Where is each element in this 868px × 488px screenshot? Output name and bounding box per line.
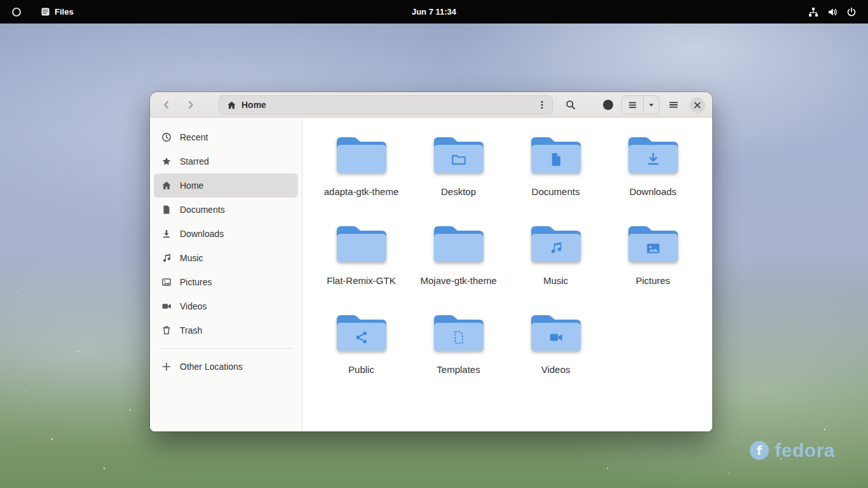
chevron-right-icon: [186, 100, 196, 110]
fedora-logo: f fedora: [749, 440, 835, 461]
file-label: Mojave-gtk-theme: [420, 275, 496, 286]
sidebar-item-label: Downloads: [180, 229, 224, 239]
back-button[interactable]: [156, 95, 177, 114]
header-bar: Home: [150, 92, 712, 118]
file-item-downloads[interactable]: Downloads: [604, 133, 702, 222]
document-icon: [161, 205, 172, 215]
template-emblem-icon: [451, 330, 466, 346]
share-emblem-icon: [353, 330, 369, 346]
sidebar-item-label: Trash: [180, 325, 202, 336]
close-button[interactable]: [689, 97, 705, 113]
file-label: Downloads: [629, 186, 676, 197]
file-label: Public: [348, 364, 374, 375]
file-label: Desktop: [441, 186, 476, 197]
file-item-mojave-gtk-theme[interactable]: Mojave-gtk-theme: [410, 222, 507, 311]
app-menu-button[interactable]: Files: [34, 3, 80, 21]
hamburger-menu-icon: [668, 100, 679, 110]
file-item-music[interactable]: Music: [507, 222, 604, 311]
sidebar-item-label: Home: [180, 180, 203, 191]
search-button[interactable]: [560, 95, 581, 114]
chevron-down-icon: [648, 101, 655, 109]
sidebar-item-home[interactable]: Home: [154, 173, 298, 198]
file-label: Videos: [541, 364, 571, 375]
music-emblem-icon: [548, 241, 564, 257]
sidebar-separator: [159, 348, 293, 349]
files-window: Home: [150, 92, 712, 431]
sidebar-item-starred[interactable]: Starred: [154, 149, 298, 173]
sidebar-item-music[interactable]: Music: [154, 246, 298, 270]
folder-icon: [529, 223, 583, 269]
close-icon: [693, 101, 702, 109]
file-label: Pictures: [635, 275, 670, 286]
list-view-icon: [628, 100, 637, 110]
path-label: Home: [241, 100, 266, 110]
chevron-left-icon: [161, 100, 172, 110]
sidebar-item-label: Documents: [180, 205, 225, 215]
operations-pie-icon: [603, 100, 613, 110]
file-grid: adapta-gtk-theme Desktop Documents: [313, 133, 712, 400]
folder-icon: [529, 134, 583, 180]
document-emblem-icon: [548, 152, 564, 168]
sidebar-item-label: Videos: [180, 301, 207, 311]
sidebar-item-downloads[interactable]: Downloads: [154, 222, 298, 246]
fedora-mark-icon: f: [749, 440, 770, 461]
file-view: adapta-gtk-theme Desktop Documents: [302, 118, 712, 431]
star-icon: [161, 156, 172, 166]
clock-button[interactable]: Jun 7 11:34: [404, 4, 464, 19]
sidebar-item-label: Music: [180, 253, 203, 263]
sidebar-item-documents[interactable]: Documents: [154, 198, 298, 222]
file-item-videos[interactable]: Videos: [507, 311, 604, 400]
folder-icon: [335, 312, 388, 358]
sidebar-item-label: Recent: [180, 132, 208, 142]
file-item-adapta-gtk-theme[interactable]: adapta-gtk-theme: [313, 133, 410, 222]
power-icon: [846, 7, 857, 17]
list-view-button[interactable]: [622, 96, 644, 114]
camcorder-emblem-icon: [548, 329, 564, 346]
forward-button[interactable]: [180, 95, 201, 114]
path-options-button[interactable]: [533, 97, 551, 113]
folder-icon: [335, 134, 388, 180]
operations-button[interactable]: [599, 95, 618, 114]
svg-text:f: f: [757, 443, 763, 458]
main-menu-button[interactable]: [663, 95, 684, 114]
sidebar-item-label: Other Locations: [180, 362, 243, 372]
trash-icon: [161, 325, 172, 336]
sidebar-item-recent[interactable]: Recent: [154, 125, 298, 149]
music-note-icon: [161, 253, 172, 263]
file-label: Templates: [437, 364, 480, 375]
system-tray-button[interactable]: [799, 3, 865, 21]
volume-icon: [827, 7, 837, 17]
download-icon: [161, 229, 172, 239]
file-label: Music: [543, 275, 568, 286]
file-item-flat-remix-gtk[interactable]: Flat-Remix-GTK: [313, 222, 410, 311]
activities-icon: [11, 7, 22, 17]
clock-icon: [161, 132, 172, 142]
folder-icon: [432, 312, 485, 358]
file-item-pictures[interactable]: Pictures: [604, 222, 702, 311]
file-item-templates[interactable]: Templates: [410, 311, 507, 400]
image-icon: [161, 277, 172, 287]
home-icon: [161, 180, 172, 191]
view-toggle-group: [621, 95, 660, 114]
file-label: adapta-gtk-theme: [324, 186, 399, 197]
folder-icon: [335, 223, 388, 269]
fedora-wordmark: fedora: [775, 440, 835, 461]
path-bar[interactable]: Home: [219, 95, 553, 114]
sidebar-item-pictures[interactable]: Pictures: [154, 270, 298, 294]
activities-button[interactable]: [5, 3, 28, 21]
file-item-public[interactable]: Public: [313, 311, 410, 400]
image-emblem-icon: [645, 240, 661, 257]
sidebar-item-other-locations[interactable]: Other Locations: [154, 355, 298, 379]
sidebar-item-trash[interactable]: Trash: [154, 318, 298, 342]
home-icon: [227, 100, 236, 110]
kebab-menu-icon: [538, 100, 546, 110]
folder-icon: [432, 223, 485, 269]
folder-icon: [529, 312, 583, 358]
view-options-caret-button[interactable]: [644, 96, 659, 114]
sidebar-item-videos[interactable]: Videos: [154, 294, 298, 318]
file-item-desktop[interactable]: Desktop: [410, 133, 507, 222]
files-app-icon: [41, 7, 50, 17]
file-item-documents[interactable]: Documents: [507, 133, 604, 222]
sidebar-item-label: Pictures: [180, 277, 212, 287]
file-label: Flat-Remix-GTK: [327, 275, 395, 286]
